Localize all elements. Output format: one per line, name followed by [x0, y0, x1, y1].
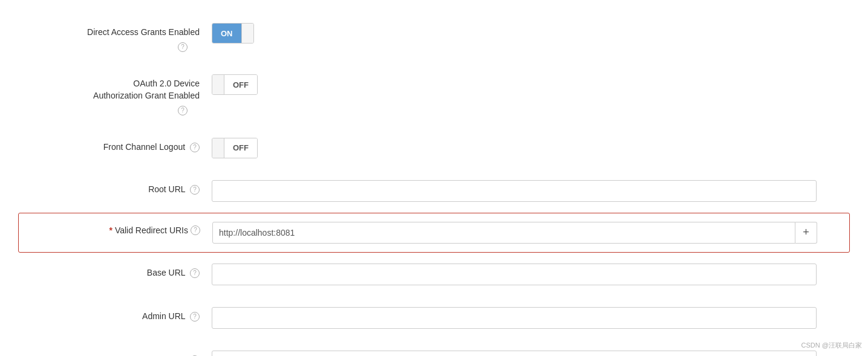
- front-channel-logout-label-col: Front Channel Logout ?: [18, 138, 212, 154]
- oauth-device-toggle[interactable]: OFF: [212, 74, 258, 95]
- direct-access-grants-toggle[interactable]: ON: [212, 23, 254, 44]
- direct-access-grants-toggle-on-label: ON: [212, 24, 241, 43]
- front-channel-logout-toggle-handle: [212, 138, 224, 158]
- valid-redirect-uris-label: Valid Redirect URIs: [115, 225, 188, 235]
- logo-url-label-col: Logo URL ?: [18, 351, 212, 356]
- logo-url-row: Logo URL ?: [18, 340, 850, 356]
- base-url-label: Base URL: [147, 268, 185, 277]
- root-url-control: [212, 180, 850, 202]
- direct-access-grants-help-wrapper: ?: [18, 41, 200, 53]
- base-url-control: [212, 264, 850, 285]
- admin-url-input[interactable]: [212, 307, 817, 329]
- base-url-row: Base URL ?: [18, 253, 850, 296]
- oauth-device-control: OFF: [212, 74, 850, 95]
- admin-url-help-icon[interactable]: ?: [190, 312, 200, 322]
- oauth-device-label-col: OAuth 2.0 Device Authorization Grant Ena…: [18, 74, 212, 116]
- base-url-input[interactable]: [212, 264, 817, 285]
- admin-url-label-col: Admin URL ?: [18, 307, 212, 323]
- front-channel-logout-help-icon[interactable]: ?: [190, 143, 200, 152]
- oauth-device-toggle-off-label: OFF: [224, 75, 257, 94]
- valid-redirect-uris-help-icon[interactable]: ?: [191, 225, 200, 235]
- front-channel-logout-label: Front Channel Logout: [103, 142, 185, 152]
- admin-url-control: [212, 307, 850, 329]
- root-url-label: Root URL: [148, 184, 185, 194]
- valid-redirect-uris-row: * Valid Redirect URIs ? +: [18, 213, 850, 253]
- oauth-device-row: OAuth 2.0 Device Authorization Grant Ena…: [18, 63, 850, 127]
- logo-url-control: [212, 351, 850, 356]
- oauth-device-help-icon[interactable]: ?: [178, 106, 188, 115]
- add-redirect-uri-button[interactable]: +: [795, 222, 817, 244]
- front-channel-logout-toggle[interactable]: OFF: [212, 138, 258, 158]
- direct-access-grants-control: ON: [212, 23, 850, 44]
- oauth-device-label-line2: Authorization Grant Enabled: [93, 91, 200, 100]
- direct-access-grants-label-col: Direct Access Grants Enabled ?: [18, 23, 212, 53]
- admin-url-label: Admin URL: [142, 311, 185, 321]
- watermark: CSDN @汪联局白家: [801, 341, 862, 350]
- direct-access-grants-toggle-handle: [241, 23, 253, 44]
- oauth-device-toggle-handle: [212, 74, 224, 95]
- direct-access-grants-label: Direct Access Grants Enabled: [87, 27, 200, 37]
- base-url-label-col: Base URL ?: [18, 264, 212, 279]
- redirect-input-wrapper: +: [212, 222, 817, 244]
- required-star: *: [109, 225, 112, 235]
- direct-access-grants-row: Direct Access Grants Enabled ? ON: [18, 12, 850, 63]
- oauth-device-label-line1: OAuth 2.0 Device: [133, 79, 200, 88]
- front-channel-logout-toggle-off-label: OFF: [224, 138, 257, 158]
- front-channel-logout-control: OFF: [212, 138, 850, 158]
- root-url-input[interactable]: [212, 180, 817, 202]
- root-url-row: Root URL ?: [18, 169, 850, 213]
- logo-url-input[interactable]: [212, 351, 817, 356]
- valid-redirect-uris-label-col: * Valid Redirect URIs ?: [19, 222, 212, 235]
- valid-redirect-uris-input[interactable]: [212, 222, 795, 244]
- root-url-help-icon[interactable]: ?: [190, 185, 200, 195]
- direct-access-grants-help-icon[interactable]: ?: [178, 42, 188, 52]
- valid-redirect-uris-control: +: [212, 222, 849, 244]
- root-url-label-col: Root URL ?: [18, 180, 212, 196]
- admin-url-row: Admin URL ?: [18, 296, 850, 340]
- base-url-help-icon[interactable]: ?: [190, 268, 200, 278]
- oauth-device-help-wrapper: ?: [18, 104, 200, 116]
- front-channel-logout-row: Front Channel Logout ? OFF: [18, 127, 850, 169]
